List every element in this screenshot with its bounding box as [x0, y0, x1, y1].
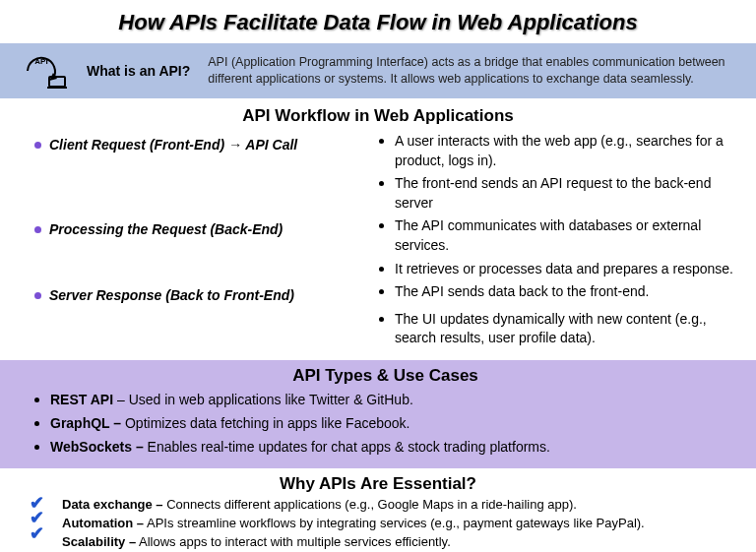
workflow-point: The API sends data back to the front-end… [379, 282, 736, 306]
workflow-step-points: The UI updates dynamically with new cont… [379, 310, 736, 352]
workflow-step-heading: Client Request (Front-End) → API Call [34, 132, 369, 216]
types-band: API Types & Use Cases REST API – Used in… [0, 360, 756, 468]
workflow-step-points: A user interacts with the web app (e.g.,… [379, 132, 736, 216]
bullet-icon [34, 292, 41, 299]
types-item-desc: Used in web applications like Twitter & … [129, 392, 413, 407]
types-item-desc: Optimizes data fetching in apps like Fac… [125, 415, 410, 431]
types-item-name: REST API [50, 392, 113, 407]
why-title: Why APIs Are Essential? [0, 468, 756, 496]
intro-answer: API (Application Programming Interface) … [208, 54, 736, 89]
types-title: API Types & Use Cases [34, 366, 736, 390]
why-item: Data exchange – Connects different appli… [62, 496, 645, 515]
why-item: Scalability – Allows apps to interact wi… [62, 533, 645, 552]
workflow-step-points: The API sends data back to the front-end… [379, 282, 736, 310]
workflow-step-points: The API communicates with databases or e… [379, 216, 736, 282]
bullet-icon [34, 142, 41, 149]
types-item-name: WebSockets – [50, 439, 144, 455]
workflow-point: The API communicates with databases or e… [379, 216, 736, 259]
why-list: Data exchange – Connects different appli… [62, 496, 645, 552]
workflow-heading-text: Processing the Request (Back-End) [49, 220, 283, 240]
types-item: REST API – Used in web applications like… [34, 390, 736, 413]
check-icon: ✔ [30, 526, 44, 541]
types-item: GraphQL – Optimizes data fetching in app… [34, 413, 736, 437]
workflow-step-heading: Processing the Request (Back-End) [34, 216, 369, 282]
intro-band: API What is an API? API (Application Pro… [0, 43, 756, 98]
bullet-icon [34, 226, 41, 233]
intro-question: What is an API? [87, 63, 190, 79]
workflow-point: It retrieves or processes data and prepa… [379, 260, 736, 283]
workflow-point: The UI updates dynamically with new cont… [379, 310, 736, 352]
svg-text:API: API [34, 57, 47, 66]
why-row: ✔ ✔ ✔ Data exchange – Connects different… [0, 496, 756, 552]
why-item: Automation – APIs streamline workflows b… [62, 515, 645, 533]
svg-rect-3 [47, 87, 67, 89]
workflow-title: API Workflow in Web Applications [0, 98, 756, 132]
types-sep: – [113, 392, 129, 407]
why-item-name: Data exchange – [62, 497, 163, 512]
why-item-desc: APIs streamline workflows by integrating… [144, 516, 645, 530]
why-item-name: Automation – [62, 516, 144, 530]
check-icons: ✔ ✔ ✔ [30, 496, 44, 541]
types-item-desc: Enables real-time updates for chat apps … [148, 439, 550, 455]
why-item-desc: Connects different applications (e.g., G… [163, 497, 577, 512]
why-item-desc: Allows apps to interact with multiple se… [136, 534, 451, 549]
types-item-name: GraphQL – [50, 415, 121, 431]
types-item: WebSockets – Enables real-time updates f… [34, 437, 736, 460]
why-item-name: Scalability – [62, 534, 136, 549]
workflow-step-heading: Server Response (Back to Front-End) [34, 282, 369, 310]
page-title: How APIs Facilitate Data Flow in Web App… [0, 0, 756, 43]
workflow-point: A user interacts with the web app (e.g.,… [379, 132, 736, 174]
types-list: REST API – Used in web applications like… [34, 390, 736, 460]
api-icon: API [20, 51, 69, 91]
workflow-heading-text: Server Response (Back to Front-End) [49, 286, 294, 306]
workflow-heading-text: Client Request (Front-End) → API Call [49, 136, 297, 155]
workflow-grid: Client Request (Front-End) → API Call A … [0, 132, 756, 360]
workflow-point: The front-end sends an API request to th… [379, 174, 736, 216]
